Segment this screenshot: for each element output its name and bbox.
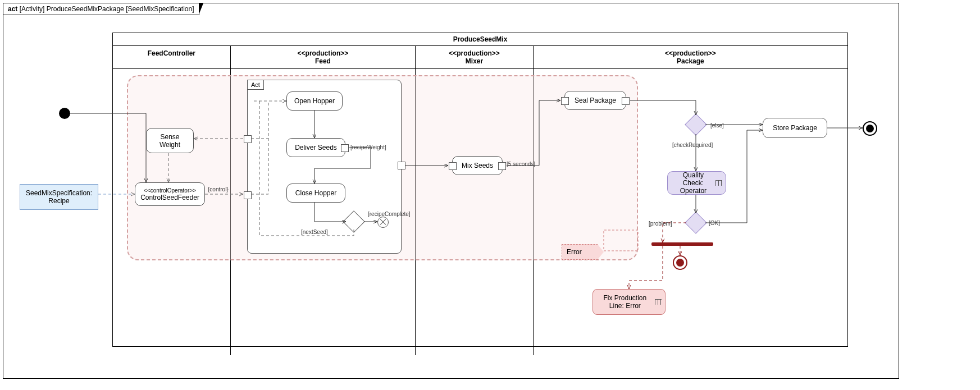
rake-icon bbox=[715, 180, 719, 186]
flow-final bbox=[377, 217, 389, 228]
signal-error: Error bbox=[562, 244, 604, 260]
action-label: Deliver Seeds bbox=[295, 144, 337, 152]
final-dot bbox=[866, 125, 874, 132]
activity-final bbox=[863, 121, 877, 136]
lane-name: Feed bbox=[234, 57, 412, 65]
action-store-package: Store Package bbox=[763, 118, 827, 138]
guard-5sec: [5 seconds] bbox=[507, 161, 535, 167]
lane-head-feed: <<production>> Feed bbox=[231, 46, 416, 68]
frame-kind: act bbox=[8, 5, 17, 13]
lane-stereo: <<production>> bbox=[537, 49, 844, 57]
lane-head-feedcontroller: FeedController bbox=[113, 46, 231, 68]
swimlane-title: ProduceSeedMix bbox=[113, 33, 847, 46]
action-label: Close Hopper bbox=[295, 189, 336, 197]
struct-tab: Act bbox=[247, 80, 264, 90]
action-label: Seal Package bbox=[575, 97, 616, 104]
action-stereo: <<controlOperator>> bbox=[144, 187, 196, 194]
lane-head-mixer: <<production>> Mixer bbox=[416, 46, 534, 68]
input-parameter: SeedMixSpecification: Recipe bbox=[20, 184, 98, 210]
pin-mix-in bbox=[449, 162, 457, 170]
action-label: ControlSeedFeeder bbox=[140, 194, 199, 201]
guard-control: {control} bbox=[208, 186, 229, 192]
action-seal-package: Seal Package bbox=[564, 91, 626, 110]
pin-seal-out bbox=[622, 97, 630, 105]
action-quality-check: Quality Check: Operator bbox=[667, 171, 726, 195]
action-label: Sense Weight bbox=[153, 133, 186, 149]
action-sense-weight: Sense Weight bbox=[146, 128, 194, 153]
signal-fix-production: Fix Production Line: Error bbox=[592, 289, 666, 315]
guard-checkrequired: [checkRequired] bbox=[672, 142, 713, 148]
lane-name: Package bbox=[537, 57, 844, 65]
frame-name: ProduceSeedMixPackage bbox=[47, 5, 124, 13]
pin-feed-out bbox=[398, 162, 405, 169]
signal-label: Fix Production Line: Error bbox=[599, 294, 651, 310]
pin-recipeweight bbox=[341, 144, 349, 152]
lane-stereo: <<production>> bbox=[419, 49, 530, 57]
action-mix-seeds: Mix Seeds bbox=[452, 156, 503, 175]
pin-seal-in bbox=[561, 97, 569, 105]
pin-mix-out bbox=[498, 162, 506, 170]
action-open-hopper: Open Hopper bbox=[286, 91, 343, 111]
lane-stereo: <<production>> bbox=[234, 49, 412, 57]
action-label: Quality Check: Operator bbox=[674, 171, 712, 195]
signal-label: Error bbox=[567, 248, 582, 256]
action-control-seed-feeder: <<controlOperator>> ControlSeedFeeder bbox=[135, 182, 205, 206]
pin-control bbox=[244, 191, 252, 199]
lanes-header: FeedController <<production>> Feed <<pro… bbox=[113, 46, 847, 69]
guard-problem: [problem] bbox=[649, 221, 672, 227]
input-label: SeedMixSpecification: Recipe bbox=[26, 189, 92, 205]
guard-nextseed: [nextSeed] bbox=[301, 229, 328, 235]
initial-node bbox=[59, 108, 70, 119]
lane-name: Mixer bbox=[419, 57, 530, 65]
pin-sense bbox=[244, 135, 252, 143]
frame-type: [Activity] bbox=[20, 5, 45, 13]
frame-label: act [Activity] ProduceSeedMixPackage [Se… bbox=[3, 3, 199, 15]
action-label: Open Hopper bbox=[294, 97, 335, 105]
guard-else: [else] bbox=[710, 122, 724, 129]
action-label: Store Package bbox=[773, 124, 817, 132]
fork-bar bbox=[651, 242, 713, 246]
action-close-hopper: Close Hopper bbox=[286, 183, 345, 203]
lane-head-package: <<production>> Package bbox=[534, 46, 847, 68]
rake-icon bbox=[655, 299, 659, 305]
action-deliver-seeds: Deliver Seeds bbox=[286, 138, 345, 157]
guard-recipeweight: [recipeWeight] bbox=[350, 144, 386, 150]
frame-param: [SeedMixSpecification] bbox=[126, 5, 194, 13]
final-dot bbox=[676, 259, 684, 267]
guard-ok: [OK] bbox=[709, 220, 720, 226]
guard-recipecomplete: [recipeComplete] bbox=[368, 211, 411, 217]
error-final bbox=[673, 255, 687, 270]
action-label: Mix Seeds bbox=[462, 162, 493, 169]
lane-name: FeedController bbox=[116, 49, 227, 57]
